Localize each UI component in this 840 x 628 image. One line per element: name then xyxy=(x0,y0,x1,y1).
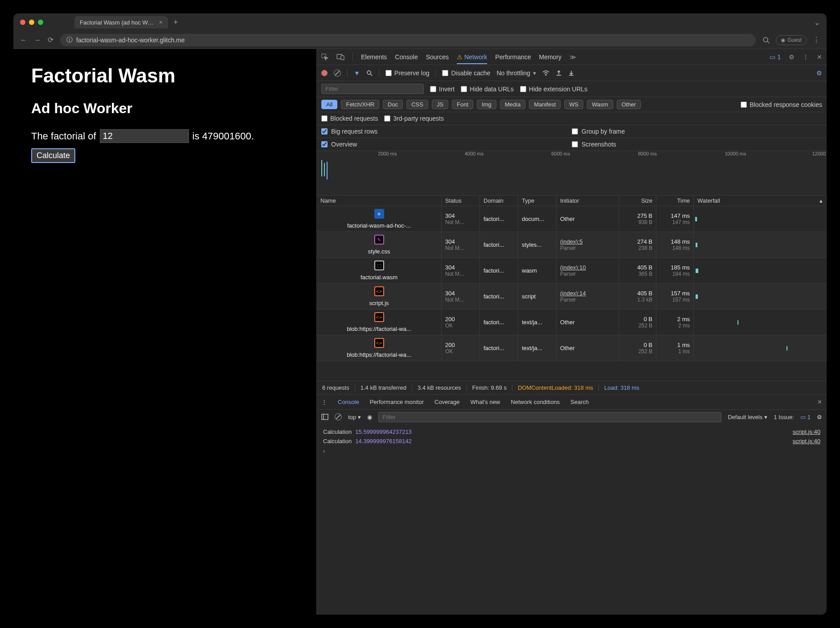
hide-data-urls-checkbox[interactable]: Hide data URLs xyxy=(461,86,514,93)
big-rows-checkbox[interactable]: Big request rows xyxy=(321,128,572,135)
wifi-icon[interactable] xyxy=(542,70,549,76)
window-menu-icon[interactable]: ⌄ xyxy=(814,18,820,27)
upload-icon[interactable] xyxy=(556,70,562,76)
clear-button[interactable] xyxy=(334,69,341,77)
site-info-icon[interactable]: ⓘ xyxy=(66,36,73,44)
tab-network[interactable]: Network xyxy=(457,53,487,64)
calculate-button[interactable]: Calculate xyxy=(31,148,75,163)
close-tab-icon[interactable]: × xyxy=(159,19,163,26)
back-button[interactable]: ← xyxy=(20,36,27,44)
chip-media[interactable]: Media xyxy=(500,100,525,109)
table-row[interactable]: ✎style.css 304Not M... factori... styles… xyxy=(317,232,827,258)
device-icon[interactable] xyxy=(336,54,344,60)
sidebar-toggle-icon[interactable] xyxy=(321,414,328,420)
forward-button[interactable]: → xyxy=(34,36,41,44)
table-row[interactable]: <>script.js 304Not M... factori... scrip… xyxy=(317,284,827,310)
col-status[interactable]: Status xyxy=(442,196,480,206)
chip-other[interactable]: Other xyxy=(617,100,641,109)
col-time[interactable]: Time xyxy=(656,196,694,206)
console-filter[interactable] xyxy=(378,412,721,422)
tab-memory[interactable]: Memory xyxy=(539,53,562,61)
hide-ext-urls-checkbox[interactable]: Hide extension URLs xyxy=(520,86,588,93)
table-row[interactable]: <>blob:https://factorial-wa... 200OK fac… xyxy=(317,310,827,335)
browser-tab[interactable]: Factorial Wasm (ad hoc Work × xyxy=(74,16,168,29)
disable-cache-checkbox[interactable]: Disable cache xyxy=(442,69,490,77)
col-domain[interactable]: Domain xyxy=(480,196,518,206)
close-window-button[interactable] xyxy=(20,20,25,25)
chip-all[interactable]: All xyxy=(321,100,337,109)
tab-console[interactable]: Console xyxy=(395,53,418,61)
screenshots-checkbox[interactable]: Screenshots xyxy=(572,141,822,148)
new-tab-button[interactable]: + xyxy=(173,18,178,27)
levels-select[interactable]: Default levels▾ xyxy=(728,414,767,420)
guest-badge[interactable]: ◉ Guest xyxy=(776,35,807,45)
number-input[interactable] xyxy=(100,129,189,143)
drawer-tab-perfmon[interactable]: Performance monitor xyxy=(370,399,424,405)
table-row[interactable]: ≡factorial-wasm-ad-hoc-... 304Not M... f… xyxy=(317,206,827,232)
more-tabs-icon[interactable]: ≫ xyxy=(570,53,576,61)
overview-checkbox[interactable]: Overview xyxy=(321,141,572,148)
record-button[interactable] xyxy=(321,70,328,76)
search-icon[interactable] xyxy=(366,70,373,76)
drawer-tab-search[interactable]: Search xyxy=(570,399,589,405)
drawer-tab-netcond[interactable]: Network conditions xyxy=(511,399,560,405)
maximize-window-button[interactable] xyxy=(38,20,43,25)
chip-doc[interactable]: Doc xyxy=(383,100,403,109)
col-size[interactable]: Size xyxy=(619,196,656,206)
col-initiator[interactable]: Initiator xyxy=(557,196,619,206)
chip-manifest[interactable]: Manifest xyxy=(529,100,561,109)
js-icon: <> xyxy=(374,286,384,296)
third-party-checkbox[interactable]: 3rd-party requests xyxy=(384,115,444,122)
gear-icon[interactable]: ⚙ xyxy=(817,414,822,420)
live-expression-icon[interactable]: ◉ xyxy=(367,414,372,420)
log-source-link[interactable]: script.js:40 xyxy=(793,438,820,444)
blocked-cookies-checkbox[interactable]: Blocked response cookies xyxy=(741,101,822,108)
throttling-select[interactable]: No throttling▾ xyxy=(496,69,536,77)
drawer-tab-whatsnew[interactable]: What's new xyxy=(470,399,500,405)
menu-icon[interactable]: ⋮ xyxy=(813,36,820,44)
close-devtools-icon[interactable]: ✕ xyxy=(817,53,822,61)
kebab-icon[interactable]: ⋮ xyxy=(803,53,809,61)
chip-fetch-xhr[interactable]: Fetch/XHR xyxy=(341,100,379,109)
col-type[interactable]: Type xyxy=(518,196,557,206)
col-name[interactable]: Name xyxy=(317,196,442,206)
context-select[interactable]: top▾ xyxy=(348,414,361,420)
chip-css[interactable]: CSS xyxy=(406,100,428,109)
clear-console-button[interactable] xyxy=(335,413,342,420)
filter-icon[interactable]: ▼ xyxy=(354,69,360,77)
network-filter-input[interactable] xyxy=(321,84,424,94)
reload-button[interactable]: ⟳ xyxy=(48,36,53,44)
console-prompt[interactable]: › xyxy=(317,446,827,456)
tab-elements[interactable]: Elements xyxy=(361,53,387,61)
tab-performance[interactable]: Performance xyxy=(495,53,531,61)
close-drawer-icon[interactable]: ✕ xyxy=(817,399,822,405)
drawer-tab-coverage[interactable]: Coverage xyxy=(434,399,459,405)
chip-img[interactable]: Img xyxy=(477,100,496,109)
table-row[interactable]: ⬚factorial.wasm 304Not M... factori... w… xyxy=(317,258,827,284)
network-timeline[interactable]: 2000 ms 4000 ms 6000 ms 8000 ms 10000 ms… xyxy=(317,151,827,196)
blocked-requests-checkbox[interactable]: Blocked requests xyxy=(321,115,378,122)
log-source-link[interactable]: script.js:40 xyxy=(793,428,820,435)
gear-icon[interactable]: ⚙ xyxy=(789,53,795,61)
address-bar[interactable]: ⓘ factorial-wasm-ad-hoc-worker.glitch.me xyxy=(60,34,756,46)
network-status-bar: 6 requests 1.4 kB transferred 3.4 kB res… xyxy=(317,381,827,394)
chip-font[interactable]: Font xyxy=(452,100,473,109)
zoom-icon[interactable] xyxy=(762,37,770,44)
minimize-window-button[interactable] xyxy=(29,20,34,25)
download-icon[interactable] xyxy=(568,70,574,76)
tab-sources[interactable]: Sources xyxy=(426,53,449,61)
inspect-icon[interactable] xyxy=(321,53,328,61)
drawer-menu-icon[interactable]: ⋮ xyxy=(321,399,327,405)
invert-checkbox[interactable]: Invert xyxy=(430,86,455,93)
col-waterfall[interactable]: Waterfall▴ xyxy=(694,196,827,206)
group-frame-checkbox[interactable]: Group by frame xyxy=(572,128,822,135)
console-issues-badge[interactable]: ▭ 1 xyxy=(800,414,811,420)
table-row[interactable]: <>blob:https://factorial-wa... 200OK fac… xyxy=(317,335,827,361)
network-settings-icon[interactable]: ⚙ xyxy=(816,69,822,77)
chip-js[interactable]: JS xyxy=(432,100,448,109)
chip-ws[interactable]: WS xyxy=(564,100,583,109)
preserve-log-checkbox[interactable]: Preserve log xyxy=(385,69,430,77)
chip-wasm[interactable]: Wasm xyxy=(587,100,613,109)
issues-badge[interactable]: ▭ 1 xyxy=(770,53,781,61)
drawer-tab-console[interactable]: Console xyxy=(338,399,359,405)
